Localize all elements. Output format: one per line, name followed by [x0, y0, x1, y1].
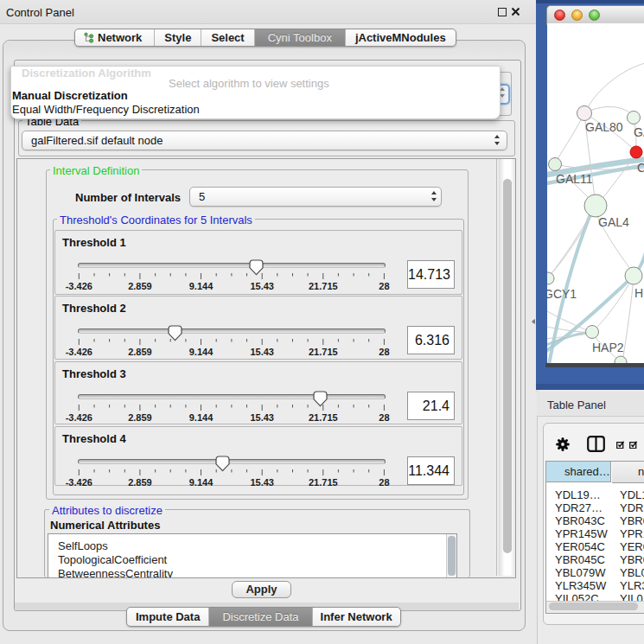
svg-text:GAL80: GAL80 — [585, 120, 623, 134]
svg-text:GA: GA — [634, 125, 644, 139]
svg-text:H: H — [634, 286, 643, 300]
svg-text:HAP2: HAP2 — [592, 341, 624, 354]
svg-text:GAL11: GAL11 — [556, 172, 593, 186]
svg-text:C: C — [637, 161, 644, 175]
svg-text:GAL4: GAL4 — [598, 215, 629, 229]
svg-text:GCY1: GCY1 — [547, 287, 577, 301]
